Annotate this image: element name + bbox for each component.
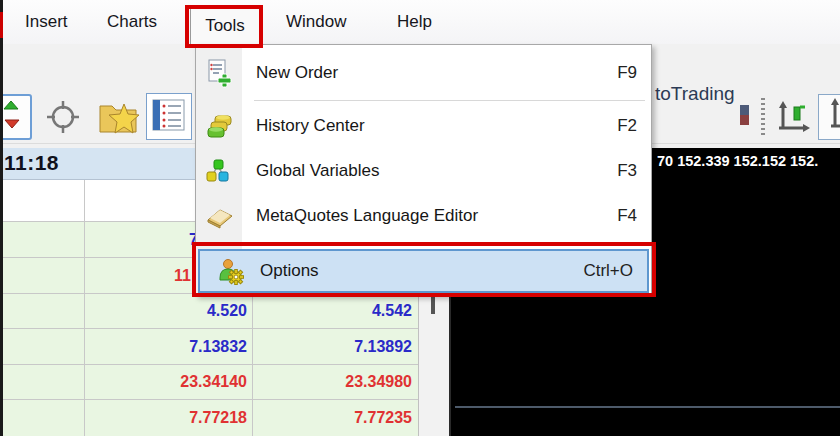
candlestick-glyph: [819, 95, 840, 137]
menu-bar: Insert Charts Tools Window Help: [0, 0, 840, 44]
screen-edge: [0, 0, 3, 436]
candlestick-chart-button[interactable]: [818, 94, 840, 140]
new-order-icon: [205, 58, 233, 88]
annotation-box-options: [192, 242, 656, 297]
menu-item-shortcut: F3: [617, 161, 637, 181]
menu-item-history-center[interactable]: History Center F2: [196, 106, 651, 146]
table-row[interactable]: 23.34140 23.34980: [0, 365, 418, 400]
ask-price: 7.13892: [354, 338, 412, 356]
crosshair-icon[interactable]: [46, 100, 80, 134]
bid-price: 23.34140: [180, 373, 247, 391]
mql-editor-icon: [205, 203, 235, 229]
menu-item-shortcut: F4: [617, 206, 637, 226]
favorites-icon[interactable]: [94, 94, 142, 138]
bid-price-fragment: 11: [174, 267, 191, 285]
ask-price: 4.542: [372, 302, 412, 320]
menu-item-charts[interactable]: Charts: [107, 0, 157, 44]
table-column-divider: [84, 180, 85, 436]
menu-item-shortcut: F9: [617, 63, 637, 83]
table-row[interactable]: 7.77218 7.77235: [0, 400, 418, 436]
toolbar-drag-handle[interactable]: [761, 98, 765, 136]
table-row[interactable]: 4.520 4.542: [0, 294, 418, 329]
menu-item-label: MetaQuotes Language Editor: [256, 206, 478, 226]
menu-item-window[interactable]: Window: [286, 0, 346, 44]
bid-price: 4.520: [207, 302, 247, 320]
bid-price: 7.13832: [189, 338, 247, 356]
menu-item-label: New Order: [256, 63, 338, 83]
global-variables-icon: [205, 158, 231, 184]
scrollbar-thumb[interactable]: [431, 296, 435, 314]
screen-edge-red-mark: [0, 12, 3, 38]
folder-star-glyph: [94, 94, 142, 138]
autotrading-button[interactable]: toTrading: [655, 44, 735, 144]
menu-item-label: Global Variables: [256, 161, 379, 181]
metatrader-window: Insert Charts Tools Window Help: [0, 0, 840, 436]
market-watch-time: 11:18: [4, 151, 59, 175]
menu-item-mql-editor[interactable]: MetaQuotes Language Editor F4: [196, 196, 651, 236]
ask-price: 7.77235: [354, 409, 412, 427]
bid-price: 7.77218: [189, 409, 247, 427]
ask-price: 23.34980: [345, 373, 412, 391]
menu-item-insert[interactable]: Insert: [25, 0, 68, 44]
menu-item-help[interactable]: Help: [397, 0, 432, 44]
menu-item-new-order[interactable]: New Order F9: [196, 53, 651, 93]
tick-chart-icon[interactable]: [0, 94, 32, 140]
chart-info-bar: 70 152.339 152.152 152.: [657, 153, 840, 175]
data-window-icon[interactable]: [146, 93, 192, 140]
menu-item-label: History Center: [256, 116, 365, 136]
tick-chart-glyph: [0, 96, 28, 134]
menu-separator: [254, 100, 645, 101]
annotation-box-tools: [185, 5, 263, 48]
bar-chart-icon[interactable]: [774, 100, 812, 136]
menu-item-global-variables[interactable]: Global Variables F3: [196, 151, 651, 191]
history-center-icon: [205, 112, 233, 140]
chart-window-separator[interactable]: [455, 406, 840, 408]
table-row[interactable]: 7.13832 7.13892: [0, 329, 418, 365]
notepad-glyph: [147, 94, 189, 137]
partial-toolbar-icon: [740, 105, 749, 125]
menu-item-shortcut: F2: [617, 116, 637, 136]
